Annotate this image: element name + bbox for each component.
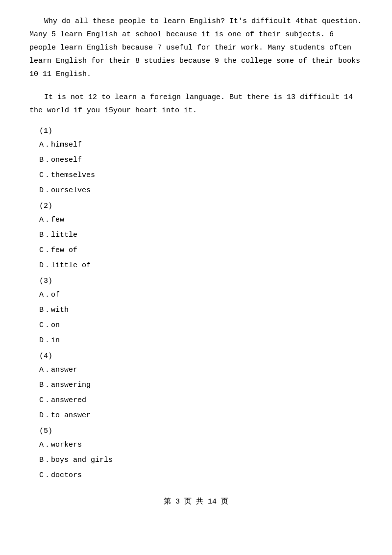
passage-container: Why do all these people to learn English… <box>29 15 363 117</box>
question-1-number: (1) <box>39 127 363 135</box>
question-3-number: (3) <box>39 277 363 285</box>
question-5-number: (5) <box>39 427 363 435</box>
question-4-option-c[interactable]: C．answered <box>39 394 363 407</box>
question-2-option-c[interactable]: C．few of <box>39 244 363 257</box>
question-3-option-c[interactable]: C．on <box>39 319 363 332</box>
question-3-option-a[interactable]: A．of <box>39 288 363 302</box>
question-2-number: (2) <box>39 202 363 210</box>
footer-text: 第 3 页 共 14 页 <box>164 498 228 506</box>
questions-container: (1) A．himself B．oneself C．themselves D．o… <box>29 127 363 482</box>
question-1: (1) A．himself B．oneself C．themselves D．o… <box>29 127 363 197</box>
question-4-number: (4) <box>39 352 363 360</box>
question-3-option-b[interactable]: B．with <box>39 303 363 317</box>
question-1-option-c[interactable]: C．themselves <box>39 169 363 182</box>
question-5-option-c[interactable]: C．doctors <box>39 469 363 482</box>
question-5-option-b[interactable]: B．boys and girls <box>39 454 363 467</box>
question-2-option-a[interactable]: A．few <box>39 213 363 227</box>
question-1-option-d[interactable]: D．ourselves <box>39 184 363 197</box>
question-2: (2) A．few B．little C．few of D．little of <box>29 202 363 272</box>
question-4: (4) A．answer B．answering C．answered D．to… <box>29 352 363 422</box>
question-1-option-a[interactable]: A．himself <box>39 138 363 151</box>
passage-paragraph1: Why do all these people to learn English… <box>29 15 363 81</box>
passage-paragraph2: It is not 12 to learn a foreign language… <box>29 91 363 117</box>
question-3: (3) A．of B．with C．on D．in <box>29 277 363 347</box>
question-2-option-d[interactable]: D．little of <box>39 259 363 272</box>
question-2-option-b[interactable]: B．little <box>39 228 363 242</box>
page-footer: 第 3 页 共 14 页 <box>29 497 363 506</box>
question-1-option-b[interactable]: B．oneself <box>39 153 363 167</box>
question-3-option-d[interactable]: D．in <box>39 334 363 347</box>
question-4-option-a[interactable]: A．answer <box>39 363 363 377</box>
question-5: (5) A．workers B．boys and girls C．doctors <box>29 427 363 482</box>
question-4-option-d[interactable]: D．to answer <box>39 409 363 422</box>
question-5-option-a[interactable]: A．workers <box>39 438 363 452</box>
question-4-option-b[interactable]: B．answering <box>39 378 363 392</box>
